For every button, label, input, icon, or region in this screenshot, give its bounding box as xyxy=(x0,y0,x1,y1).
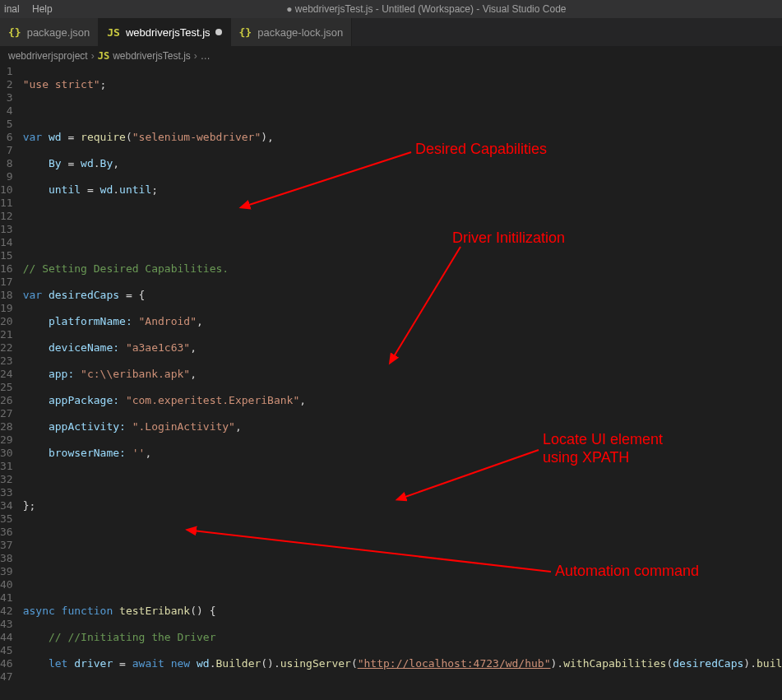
unsaved-indicator-icon xyxy=(215,29,222,35)
breadcrumb-file[interactable]: webdriverjsTest.js xyxy=(113,50,191,62)
code-content[interactable]: "use strict"; var wd = require("selenium… xyxy=(23,65,782,700)
tab-package-lock-json[interactable]: {} package-lock.json xyxy=(231,18,353,46)
menu-terminal[interactable]: inal xyxy=(4,3,20,15)
breadcrumb-folder[interactable]: webdriverjsproject xyxy=(8,50,88,62)
tab-label: package.json xyxy=(27,26,90,39)
chevron-right-icon: › xyxy=(91,50,95,62)
editor-tab-bar: {} package.json JS webdriverjsTest.js {}… xyxy=(0,18,782,47)
title-bar: inal Help ● webdriverjsTest.js - Untitle… xyxy=(0,0,782,18)
chevron-right-icon: › xyxy=(194,50,197,62)
breadcrumb[interactable]: webdriverjsproject › JS webdriverjsTest.… xyxy=(0,47,782,65)
tab-label: webdriverjsTest.js xyxy=(126,26,211,39)
code-editor[interactable]: 12345 678910 1112131415 1617181920 21222… xyxy=(0,65,782,700)
tab-label: package-lock.json xyxy=(257,26,343,39)
js-icon: JS xyxy=(98,50,109,62)
json-icon: {} xyxy=(239,26,252,39)
line-number-gutter: 12345 678910 1112131415 1617181920 21222… xyxy=(0,65,23,700)
js-icon: JS xyxy=(107,26,120,39)
menu-bar: inal Help xyxy=(0,3,71,15)
window-title: ● webdriverjsTest.js - Untitled (Workspa… xyxy=(71,3,782,15)
tab-webdriverjstest[interactable]: JS webdriverjsTest.js xyxy=(99,18,230,46)
json-icon: {} xyxy=(8,26,21,39)
menu-help[interactable]: Help xyxy=(32,3,53,15)
tab-package-json[interactable]: {} package.json xyxy=(0,18,99,46)
breadcrumb-symbol[interactable]: … xyxy=(201,50,211,62)
